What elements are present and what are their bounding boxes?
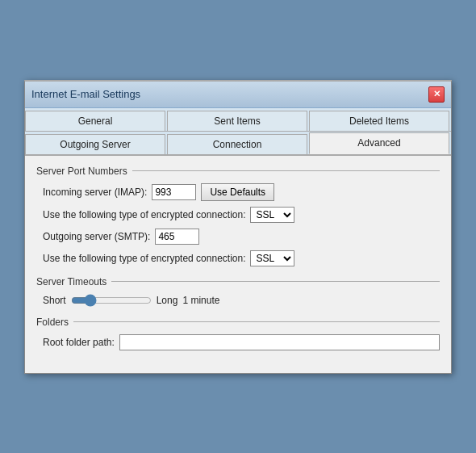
server-timeouts-label: Server Timeouts	[36, 276, 106, 287]
encryption-row-1: Use the following type of encrypted conn…	[36, 207, 440, 223]
tab-general[interactable]: General	[25, 111, 165, 131]
use-defaults-button[interactable]: Use Defaults	[201, 183, 274, 201]
short-label: Short	[43, 295, 66, 306]
window-title: Internet E-mail Settings	[31, 88, 140, 100]
server-port-numbers-label: Server Port Numbers	[36, 166, 127, 177]
folders-section: Folders Root folder path:	[36, 317, 440, 350]
encryption-select-2[interactable]: SSL TLS Auto None	[250, 250, 294, 266]
incoming-server-row: Incoming server (IMAP): Use Defaults	[36, 183, 440, 201]
outgoing-server-input[interactable]	[155, 229, 199, 245]
tab-connection[interactable]: Connection	[167, 134, 307, 154]
timeout-row: Short Long 1 minute	[36, 294, 440, 307]
long-label: Long	[157, 295, 178, 306]
slider-container: Short Long 1 minute	[43, 294, 219, 307]
root-folder-row: Root folder path:	[36, 334, 440, 350]
incoming-server-label: Incoming server (IMAP):	[43, 187, 147, 198]
folders-header: Folders	[36, 317, 440, 328]
close-button[interactable]: ✕	[428, 86, 445, 103]
tabs-row2: Outgoing Server Connection Advanced	[25, 132, 451, 156]
server-port-numbers-section: Server Port Numbers Incoming server (IMA…	[36, 166, 440, 266]
root-folder-input[interactable]	[119, 334, 440, 350]
server-timeouts-header: Server Timeouts	[36, 276, 440, 287]
outgoing-server-label: Outgoing server (SMTP):	[43, 231, 150, 242]
encryption-label-2: Use the following type of encrypted conn…	[43, 253, 245, 264]
tab-outgoing-server[interactable]: Outgoing Server	[25, 134, 165, 154]
server-timeouts-section: Server Timeouts Short Long 1 minute	[36, 276, 440, 307]
encryption-select-1[interactable]: SSL TLS Auto None	[250, 207, 294, 223]
outgoing-server-row: Outgoing server (SMTP):	[36, 229, 440, 245]
tab-advanced[interactable]: Advanced	[309, 132, 449, 154]
timeout-value: 1 minute	[182, 295, 219, 306]
encryption-label-1: Use the following type of encrypted conn…	[43, 209, 245, 220]
title-bar: Internet E-mail Settings ✕	[25, 82, 451, 108]
window: Internet E-mail Settings ✕ General Sent …	[24, 80, 452, 374]
root-folder-label: Root folder path:	[43, 337, 115, 348]
timeout-slider[interactable]	[71, 294, 152, 307]
tab-deleted-items[interactable]: Deleted Items	[309, 111, 449, 131]
content-area: Server Port Numbers Incoming server (IMA…	[25, 156, 451, 373]
incoming-server-input[interactable]	[152, 184, 196, 200]
folders-label: Folders	[36, 317, 69, 328]
tab-sent-items[interactable]: Sent Items	[167, 111, 307, 131]
tabs-row1: General Sent Items Deleted Items	[25, 108, 451, 132]
encryption-row-2: Use the following type of encrypted conn…	[36, 250, 440, 266]
server-port-numbers-header: Server Port Numbers	[36, 166, 440, 177]
